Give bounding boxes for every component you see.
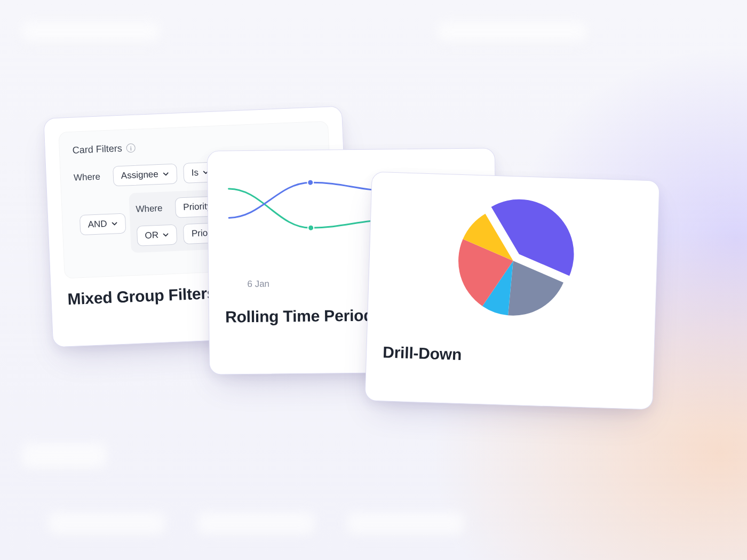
pill-label: AND [88, 219, 107, 230]
logic-select-and[interactable]: AND [80, 213, 126, 236]
where-label: Where [74, 171, 107, 183]
pill-label: OR [145, 230, 158, 241]
logic-select-or[interactable]: OR [137, 225, 178, 246]
pill-label: Assignee [121, 169, 158, 181]
chevron-down-icon [163, 171, 169, 177]
field-select-assignee[interactable]: Assignee [113, 164, 177, 187]
where-label: Where [136, 203, 169, 215]
x-tick: 6 Jan [247, 279, 269, 290]
card-drill-down: Drill-Down [364, 172, 659, 410]
pill-label: Is [191, 167, 198, 179]
info-icon[interactable]: i [126, 143, 136, 153]
svg-point-0 [308, 225, 314, 231]
pie-chart [367, 182, 659, 340]
chevron-down-icon [163, 231, 169, 238]
card-filters-header-label: Card Filters [72, 143, 122, 156]
pie-chart-svg [436, 184, 590, 338]
chevron-down-icon [111, 220, 117, 227]
svg-point-3 [307, 180, 313, 186]
card-title: Drill-Down [366, 331, 654, 385]
